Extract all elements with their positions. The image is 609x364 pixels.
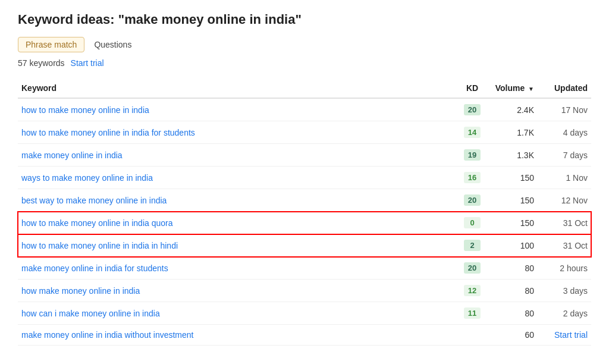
kd-cell: 14 (454, 121, 490, 144)
page-title: Keyword ideas: "make money online in ind… (18, 12, 591, 27)
kd-cell (454, 325, 490, 346)
kd-badge: 2 (464, 240, 481, 251)
keyword-cell[interactable]: make money online in india without inves… (18, 325, 454, 346)
kd-badge: 14 (464, 127, 481, 138)
keyword-table: Keyword KD Volume ▼ Updated how to make … (18, 79, 591, 346)
volume-cell: 80 (490, 302, 538, 325)
table-row: how to make money online in india quora0… (18, 212, 591, 234)
volume-cell: 150 (490, 212, 538, 234)
tabs-row: Phrase match Questions (18, 37, 591, 52)
table-row: best way to make money online in india20… (18, 189, 591, 212)
updated-cell: 31 Oct (538, 212, 591, 234)
keyword-cell[interactable]: make money online in india (18, 144, 454, 167)
keyword-cell[interactable]: how make money online in india (18, 280, 454, 302)
kd-badge: 20 (464, 262, 481, 274)
sort-arrow-volume: ▼ (528, 86, 534, 92)
kd-badge: 20 (464, 194, 481, 206)
table-row: how to make money online in india202.4K1… (18, 98, 591, 121)
volume-cell: 1.3K (490, 144, 538, 167)
table-row: make money online in india191.3K7 days (18, 144, 591, 167)
volume-cell: 150 (490, 167, 538, 189)
kd-cell: 11 (454, 302, 490, 325)
kd-badge: 20 (464, 104, 481, 115)
keyword-cell[interactable]: how can i make money online in india (18, 302, 454, 325)
kd-cell: 16 (454, 167, 490, 189)
keyword-cell[interactable]: ways to make money online in india (18, 167, 454, 189)
table-row: how to make money online in india for st… (18, 121, 591, 144)
keyword-cell[interactable]: make money online in india for students (18, 257, 454, 280)
keyword-cell[interactable]: how to make money online in india for st… (18, 121, 454, 144)
kd-cell: 0 (454, 212, 490, 234)
start-trial-row-link[interactable]: Start trial (554, 330, 588, 340)
kd-cell: 20 (454, 98, 490, 121)
meta-row: 57 keywords Start trial (18, 58, 591, 68)
table-row: how make money online in india12803 days (18, 280, 591, 302)
updated-cell: 17 Nov (538, 98, 591, 121)
table-header-row: Keyword KD Volume ▼ Updated (18, 79, 591, 98)
kd-cell: 20 (454, 189, 490, 212)
kd-badge: 16 (464, 172, 481, 183)
volume-cell: 80 (490, 257, 538, 280)
volume-cell: 1.7K (490, 121, 538, 144)
kd-badge: 12 (464, 285, 481, 296)
kd-cell: 2 (454, 234, 490, 257)
updated-cell: 31 Oct (538, 234, 591, 257)
table-row: how to make money online in india in hin… (18, 234, 591, 257)
kd-badge: 19 (464, 149, 481, 161)
updated-cell: 3 days (538, 280, 591, 302)
col-header-volume[interactable]: Volume ▼ (490, 79, 538, 98)
col-header-kd[interactable]: KD (454, 79, 490, 98)
col-header-keyword: Keyword (18, 79, 454, 98)
table-body: how to make money online in india202.4K1… (18, 98, 591, 346)
keyword-count: 57 keywords (18, 58, 65, 68)
updated-cell: 1 Nov (538, 167, 591, 189)
keyword-cell[interactable]: best way to make money online in india (18, 189, 454, 212)
col-header-updated[interactable]: Updated (538, 79, 591, 98)
volume-cell: 80 (490, 280, 538, 302)
updated-cell: Start trial (538, 325, 591, 346)
keyword-cell[interactable]: how to make money online in india (18, 98, 454, 121)
tab-questions[interactable]: Questions (89, 37, 136, 52)
kd-badge: 0 (464, 217, 481, 228)
start-trial-header-link[interactable]: Start trial (71, 58, 104, 68)
volume-cell: 100 (490, 234, 538, 257)
table-row: make money online in india without inves… (18, 325, 591, 346)
kd-badge: 11 (464, 307, 481, 319)
kd-cell: 19 (454, 144, 490, 167)
updated-cell: 2 days (538, 302, 591, 325)
keyword-cell[interactable]: how to make money online in india in hin… (18, 234, 454, 257)
updated-cell: 2 hours (538, 257, 591, 280)
table-row: make money online in india for students2… (18, 257, 591, 280)
volume-cell: 2.4K (490, 98, 538, 121)
kd-cell: 20 (454, 257, 490, 280)
volume-cell: 60 (490, 325, 538, 346)
table-row: how can i make money online in india1180… (18, 302, 591, 325)
updated-cell: 4 days (538, 121, 591, 144)
main-container: Keyword ideas: "make money online in ind… (0, 0, 609, 364)
kd-cell: 12 (454, 280, 490, 302)
keyword-cell[interactable]: how to make money online in india quora (18, 212, 454, 234)
tab-phrase-match[interactable]: Phrase match (18, 37, 84, 52)
volume-cell: 150 (490, 189, 538, 212)
table-row: ways to make money online in india161501… (18, 167, 591, 189)
updated-cell: 7 days (538, 144, 591, 167)
updated-cell: 12 Nov (538, 189, 591, 212)
